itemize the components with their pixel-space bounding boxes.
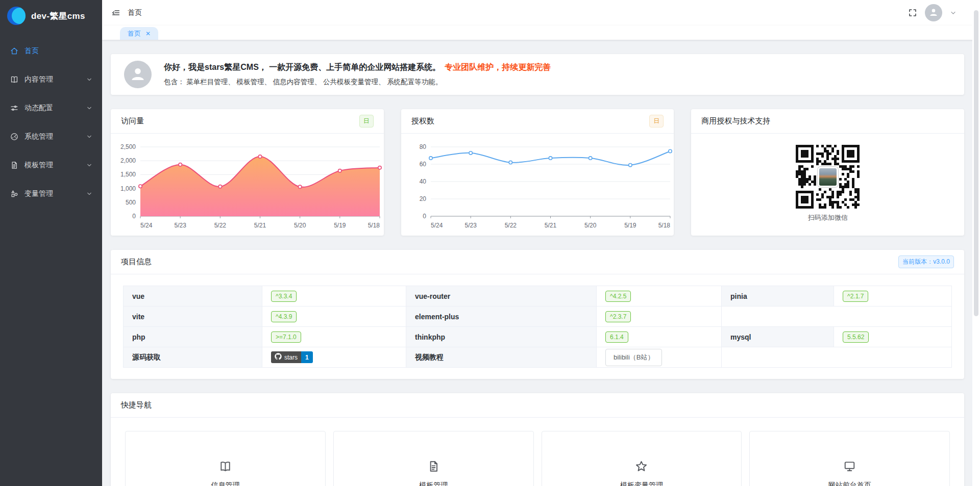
project-table: vue^3.3.4vue-router^4.2.5pinia^2.1.7vite… bbox=[123, 286, 952, 368]
book-icon bbox=[218, 459, 232, 473]
quicknav-card: 快捷导航 信息管理模板管理模板变量管理网站前台首页 bbox=[111, 393, 964, 486]
auth-title: 授权数 bbox=[411, 116, 434, 126]
auth-chart: 0204060805/245/235/225/215/205/195/18 bbox=[401, 134, 674, 234]
shapes-icon bbox=[10, 189, 19, 198]
quicknav-grid: 信息管理模板管理模板变量管理网站前台首页 bbox=[125, 431, 950, 486]
quicknav-item-2[interactable]: 模板变量管理 bbox=[542, 431, 742, 486]
welcome-card: 你好，我是stars繁星CMS， 一款开源免费、上手简单的企业网站搭建系统。专业… bbox=[111, 54, 964, 95]
svg-text:5/23: 5/23 bbox=[464, 222, 477, 229]
table-label: vite bbox=[124, 306, 262, 327]
main-area: 首页 首页 ✕ 你好，我是stars繁星CMS， 一款开源免费、上手简单的企业网… bbox=[102, 0, 980, 486]
project-title: 项目信息 bbox=[121, 257, 152, 267]
tab-home[interactable]: 首页 ✕ bbox=[120, 27, 158, 40]
page-content: 你好，我是stars繁星CMS， 一款开源免费、上手简单的企业网站搭建系统。专业… bbox=[102, 40, 980, 486]
logo-icon bbox=[7, 7, 26, 25]
version-tag: ^2.3.7 bbox=[605, 311, 631, 322]
top-header: 首页 bbox=[102, 0, 980, 25]
fullscreen-icon[interactable] bbox=[908, 8, 917, 17]
svg-text:60: 60 bbox=[419, 161, 426, 168]
book-icon bbox=[10, 75, 19, 84]
quicknav-item-0[interactable]: 信息管理 bbox=[125, 431, 326, 486]
quicknav-title: 快捷导航 bbox=[121, 400, 152, 410]
breadcrumb: 首页 bbox=[128, 8, 142, 17]
tab-label: 首页 bbox=[128, 29, 141, 38]
svg-text:0: 0 bbox=[132, 213, 136, 220]
monitor-icon bbox=[843, 459, 856, 473]
auth-day-badge[interactable]: 日 bbox=[649, 115, 664, 127]
sidebar-item-5[interactable]: 变量管理 bbox=[0, 180, 102, 208]
sidebar-nav: 首页内容管理动态配置系统管理模板管理变量管理 bbox=[0, 32, 102, 208]
welcome-title: 你好，我是stars繁星CMS， 一款开源免费、上手简单的企业网站搭建系统。专业… bbox=[164, 62, 551, 73]
svg-text:5/20: 5/20 bbox=[584, 222, 597, 229]
quicknav-item-1[interactable]: 模板管理 bbox=[333, 431, 534, 486]
svg-text:0: 0 bbox=[423, 213, 426, 220]
table-value: bilibili（B站） bbox=[597, 347, 722, 368]
welcome-subtitle: 包含： 菜单栏目管理、 模板管理、 信息内容管理、 公共模板变量管理、 系统配置… bbox=[164, 78, 551, 87]
svg-text:1,500: 1,500 bbox=[120, 171, 136, 178]
svg-text:5/19: 5/19 bbox=[334, 222, 346, 229]
github-stars-badge[interactable]: stars1 bbox=[271, 351, 313, 363]
qr-center-photo bbox=[818, 167, 838, 187]
chevron-down-icon bbox=[86, 134, 92, 140]
version-tag: 5.5.62 bbox=[843, 331, 869, 343]
table-empty-cell bbox=[722, 347, 952, 368]
visits-day-badge[interactable]: 日 bbox=[359, 115, 374, 127]
welcome-title-main: 你好，我是stars繁星CMS， 一款开源免费、上手简单的企业网站搭建系统。 bbox=[164, 63, 440, 71]
auth-chart: 0204060805/245/235/225/215/205/195/18 bbox=[405, 139, 678, 232]
sidebar-item-2[interactable]: 动态配置 bbox=[0, 94, 102, 122]
chevron-down-icon bbox=[86, 105, 92, 111]
svg-text:5/20: 5/20 bbox=[294, 222, 306, 229]
table-value: ^4.2.5 bbox=[597, 286, 722, 306]
svg-text:80: 80 bbox=[419, 143, 426, 150]
scrollbar-thumb[interactable] bbox=[974, 10, 978, 316]
avatar[interactable] bbox=[925, 4, 942, 21]
sidebar-item-4[interactable]: 模板管理 bbox=[0, 151, 102, 180]
svg-text:5/22: 5/22 bbox=[504, 222, 517, 229]
close-icon[interactable]: ✕ bbox=[145, 31, 151, 37]
qr-card: 商用授权与技术支持 扫码添加微信 bbox=[691, 109, 964, 236]
sidebar-item-label: 首页 bbox=[24, 46, 39, 56]
table-label: php bbox=[124, 327, 262, 347]
chevron-down-icon bbox=[86, 76, 92, 83]
version-tag: ^4.2.5 bbox=[605, 291, 631, 302]
table-value: ^2.3.7 bbox=[597, 306, 722, 327]
sliders-icon bbox=[10, 104, 19, 113]
welcome-avatar bbox=[124, 61, 152, 88]
sidebar-item-label: 变量管理 bbox=[24, 189, 53, 198]
sidebar-item-0[interactable]: 首页 bbox=[0, 37, 102, 65]
quicknav-item-3[interactable]: 网站前台首页 bbox=[749, 431, 950, 486]
welcome-texts: 你好，我是stars繁星CMS， 一款开源免费、上手简单的企业网站搭建系统。专业… bbox=[164, 62, 551, 87]
chevron-down-icon bbox=[86, 162, 92, 168]
sidebar-item-label: 动态配置 bbox=[24, 104, 53, 113]
qr-caption: 扫码添加微信 bbox=[808, 213, 848, 222]
charts-row: 访问量 日 05001,0001,5002,0002,5005/245/235/… bbox=[111, 109, 964, 236]
scrollbar-track[interactable] bbox=[972, 0, 980, 486]
svg-text:5/18: 5/18 bbox=[368, 222, 380, 229]
welcome-title-highlight: 专业团队维护，持续更新完善 bbox=[445, 63, 551, 71]
version-tag: ^3.3.4 bbox=[271, 291, 297, 302]
table-label: 源码获取 bbox=[124, 347, 262, 368]
chevron-down-icon bbox=[86, 191, 92, 197]
auth-card-header: 授权数 日 bbox=[401, 109, 674, 134]
visits-chart: 05001,0001,5002,0002,5005/245/235/225/21… bbox=[111, 134, 384, 234]
table-value: ^2.1.7 bbox=[834, 286, 952, 306]
quicknav-item-label: 网站前台首页 bbox=[828, 481, 871, 486]
document-icon bbox=[427, 459, 440, 473]
fold-icon[interactable] bbox=[111, 8, 120, 17]
chevron-down-icon[interactable] bbox=[950, 10, 957, 16]
gauge-icon bbox=[10, 132, 19, 141]
github-stars-count: 1 bbox=[301, 351, 313, 363]
version-tag: ^4.3.9 bbox=[271, 311, 297, 322]
svg-text:500: 500 bbox=[126, 199, 136, 206]
svg-text:20: 20 bbox=[419, 195, 426, 202]
quicknav-item-label: 模板变量管理 bbox=[620, 481, 663, 486]
svg-text:5/19: 5/19 bbox=[624, 222, 636, 229]
table-label: thinkphp bbox=[406, 327, 597, 347]
svg-text:40: 40 bbox=[419, 178, 426, 185]
table-value: 5.5.62 bbox=[834, 327, 952, 347]
bilibili-button[interactable]: bilibili（B站） bbox=[605, 349, 662, 366]
app-logo: dev-繁星cms bbox=[0, 0, 102, 32]
sidebar-item-1[interactable]: 内容管理 bbox=[0, 65, 102, 94]
table-label: pinia bbox=[722, 286, 834, 306]
sidebar-item-3[interactable]: 系统管理 bbox=[0, 122, 102, 151]
